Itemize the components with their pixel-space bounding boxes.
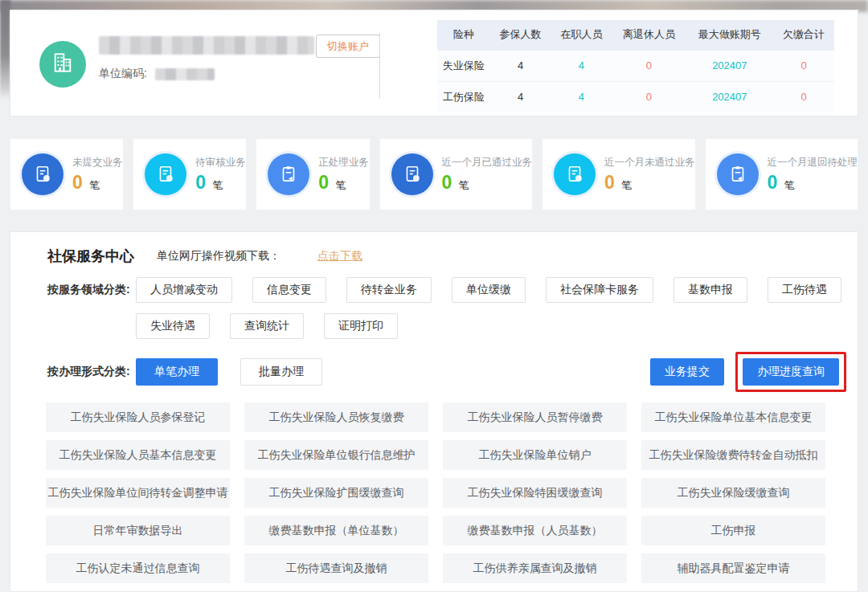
grid-button[interactable]: 工伤待遇查询及撤销 [244, 553, 428, 583]
clipboard-arrow-icon [717, 153, 759, 195]
stat-card-pending-review[interactable]: 待审核业务 0 笔 [133, 138, 247, 210]
stat-label: 未提交业务 [72, 156, 123, 169]
stat-value: 0 [72, 172, 83, 193]
field-button-cert-print[interactable]: 证明打印 [324, 313, 398, 339]
cell-insurance-type: 工伤保险 [437, 81, 490, 112]
service-field-buttons: 人员增减变动 信息变更 待转金业务 单位缓缴 社会保障卡服务 基数申报 工伤待遇… [136, 277, 843, 339]
cell-retired-count: 0 [612, 81, 686, 112]
company-name-redacted [99, 36, 314, 55]
stat-cards-row: 未提交业务 0 笔 待审核业务 0 笔 正处理业务 0 笔 [10, 138, 858, 210]
col-header: 参保人数 [490, 20, 551, 50]
company-avatar [39, 41, 86, 88]
stat-label: 近一个月退回待处理 [768, 156, 858, 169]
document-clock-icon [391, 153, 433, 195]
grid-button[interactable]: 工伤失业保险人员暂停缴费 [443, 402, 627, 432]
grid-button[interactable]: 工伤供养亲属查询及撤销 [443, 553, 627, 583]
vertical-divider [379, 33, 380, 99]
video-download-label: 单位网厅操作视频下载： [157, 249, 280, 263]
grid-button[interactable]: 工伤失业保险特困缓缴查询 [443, 478, 627, 508]
red-highlight-box: 办理进度查询 [735, 352, 846, 392]
insurance-summary-table: 险种 参保人数 在职人员 离退休人员 最大做账期号 欠缴合计 失业保险 4 4 … [437, 20, 834, 112]
field-button-base-declare[interactable]: 基数申报 [674, 277, 747, 303]
stat-label: 近一个月已通过业务 [442, 156, 533, 169]
grid-button[interactable]: 工伤失业保险单位间待转金调整申请 [46, 478, 230, 508]
grid-button[interactable]: 工伤申报 [641, 516, 825, 545]
unit-code-redacted [155, 68, 215, 80]
field-button-transfer-fund[interactable]: 待转金业务 [346, 277, 432, 303]
stat-label: 待审核业务 [195, 156, 246, 169]
grid-button[interactable]: 工伤失业保险扩围缓缴查询 [244, 478, 428, 508]
stat-card-unsubmitted[interactable]: 未提交业务 0 笔 [10, 138, 124, 210]
field-button-social-card[interactable]: 社会保障卡服务 [546, 277, 653, 303]
table-row: 工伤保险 4 4 0 202407 0 [437, 81, 834, 112]
stat-unit: 笔 [212, 179, 223, 191]
progress-query-button[interactable]: 办理进度查询 [743, 358, 839, 386]
stat-unit: 笔 [89, 179, 100, 191]
unit-code-label: 单位编码: [99, 67, 147, 80]
col-header: 在职人员 [551, 20, 612, 50]
grid-button[interactable]: 缴费基数申报（单位基数） [244, 516, 428, 545]
cell-max-period: 202407 [686, 50, 774, 81]
tab-batch-process[interactable]: 批量办理 [240, 358, 322, 386]
cell-active-count: 4 [551, 81, 612, 112]
field-button-info-change[interactable]: 信息变更 [252, 277, 326, 303]
grid-button[interactable]: 缴费基数申报（人员基数） [443, 516, 627, 545]
stat-unit: 笔 [459, 179, 469, 191]
stat-card-processing[interactable]: 正处理业务 0 笔 [256, 138, 370, 210]
video-download-link[interactable]: 点击下载 [317, 249, 362, 263]
grid-button[interactable]: 日常年审数据导出 [46, 516, 230, 545]
grid-button[interactable]: 工伤认定未通过信息查询 [46, 553, 230, 583]
page-title: 社保服务中心 [47, 247, 134, 266]
cell-insurance-type: 失业保险 [437, 50, 490, 81]
document-minus-icon [145, 153, 186, 195]
cell-arrears-total: 0 [773, 50, 834, 81]
company-info-panel: 切换账户 单位编码: 险种 参保人数 在职人员 离退休人员 最大做账期号 欠缴合… [10, 10, 858, 116]
cell-insured-count: 4 [490, 81, 551, 112]
grid-button[interactable]: 工伤失业保险缓缴查询 [641, 478, 825, 508]
tab-single-process[interactable]: 单笔办理 [136, 358, 218, 386]
col-header: 最大做账期号 [686, 20, 774, 50]
grid-button[interactable]: 工伤失业保险单位银行信息维护 [244, 440, 428, 470]
stat-card-month-returned[interactable]: 近一个月退回待处理 0 笔 [705, 138, 859, 210]
stat-value: 0 [604, 172, 615, 193]
stat-value: 0 [318, 172, 329, 193]
table-header-row: 险种 参保人数 在职人员 离退休人员 最大做账期号 欠缴合计 [437, 20, 834, 50]
col-header: 险种 [437, 20, 490, 50]
grid-button[interactable]: 工伤失业保险缴费待转金自动抵扣 [641, 440, 825, 470]
grid-button[interactable]: 辅助器具配置鉴定申请 [641, 553, 825, 583]
cell-insured-count: 4 [490, 50, 551, 81]
stat-label: 正处理业务 [318, 156, 369, 169]
stat-value: 0 [195, 172, 206, 193]
grid-button[interactable]: 工伤失业保险单位销户 [443, 440, 627, 470]
cell-max-period: 202407 [686, 81, 774, 112]
cell-arrears-total: 0 [773, 81, 834, 112]
cell-retired-count: 0 [612, 50, 686, 81]
stat-value: 0 [442, 172, 452, 193]
grid-button[interactable]: 工伤失业保险人员参保登记 [46, 402, 230, 432]
cell-active-count: 4 [551, 50, 612, 81]
field-button-query-stats[interactable]: 查询统计 [230, 313, 304, 339]
stat-label: 近一个月未通过业务 [604, 156, 695, 169]
grid-button[interactable]: 工伤失业保险单位基本信息变更 [641, 402, 825, 432]
table-row: 失业保险 4 4 0 202407 0 [437, 50, 834, 81]
clipboard-arrow-icon [268, 153, 309, 195]
stat-card-month-approved[interactable]: 近一个月已通过业务 0 笔 [379, 138, 534, 210]
grid-button[interactable]: 工伤失业保险人员基本信息变更 [46, 440, 230, 470]
document-minus-icon [554, 153, 596, 195]
field-button-unemployment-benefit[interactable]: 失业待遇 [136, 313, 210, 339]
stat-card-month-rejected[interactable]: 近一个月未通过业务 0 笔 [542, 138, 696, 210]
switch-account-button[interactable]: 切换账户 [316, 35, 380, 58]
business-submit-button[interactable]: 业务提交 [650, 358, 724, 386]
stat-unit: 笔 [784, 179, 795, 191]
field-button-unit-deferral[interactable]: 单位缓缴 [452, 277, 526, 303]
building-icon [50, 50, 76, 79]
grid-button[interactable]: 工伤失业保险人员恢复缴费 [244, 402, 428, 432]
business-grid: 工伤失业保险人员参保登记 工伤失业保险人员恢复缴费 工伤失业保险人员暂停缴费 工… [46, 402, 825, 583]
service-field-label: 按服务领域分类: [47, 277, 136, 339]
document-clock-icon [22, 153, 63, 195]
stat-unit: 笔 [336, 179, 346, 191]
field-button-injury-benefit[interactable]: 工伤待遇 [768, 277, 841, 303]
field-button-personnel-change[interactable]: 人员增减变动 [136, 277, 232, 303]
col-header: 欠缴合计 [773, 20, 834, 50]
mode-label: 按办理形式分类: [47, 365, 136, 379]
